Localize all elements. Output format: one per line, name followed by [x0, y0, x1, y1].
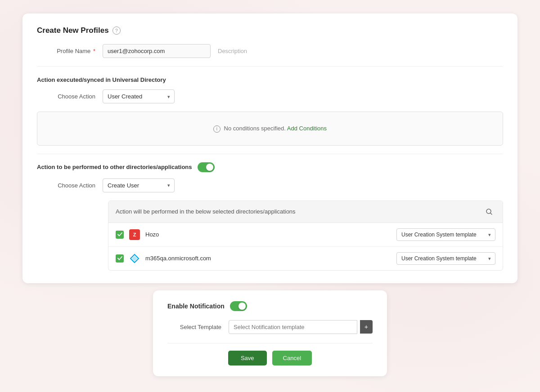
choose-action-row-1: Choose Action User Created User Updated …	[37, 89, 503, 103]
profile-name-row: Profile Name * Description	[37, 44, 503, 58]
required-star: *	[91, 48, 95, 54]
choose-action-select-wrapper-1: User Created User Updated User Deleted ▾	[103, 89, 175, 103]
notification-header: Enable Notification	[167, 301, 373, 311]
choose-action-select-2[interactable]: Create User Update User Delete User	[103, 178, 175, 192]
select-template-label: Select Template	[167, 324, 221, 330]
choose-action-row-2: Choose Action Create User Update User De…	[37, 178, 503, 192]
select-template-wrapper: +	[229, 320, 373, 334]
apps-table-container: Action will be performed in the below se…	[37, 200, 503, 271]
hozo-app-name: Hozo	[145, 231, 391, 238]
add-conditions-link[interactable]: Add Conditions	[287, 125, 327, 132]
notification-template-input[interactable]	[229, 320, 357, 334]
profile-name-input[interactable]	[103, 44, 211, 58]
m365-template-wrapper: User Creation System template ▾	[396, 252, 495, 265]
hozo-checkbox[interactable]	[116, 231, 124, 239]
cancel-button[interactable]: Cancel	[272, 351, 312, 365]
hozo-template-wrapper: User Creation System template ▾	[396, 228, 495, 241]
microsoft-icon	[130, 254, 140, 263]
choose-action-label-1: Choose Action	[37, 93, 95, 100]
choose-action-label-2: Choose Action	[37, 182, 95, 189]
choose-action-select-1[interactable]: User Created User Updated User Deleted	[103, 89, 175, 103]
m365-checkbox[interactable]	[116, 254, 124, 263]
select-template-row: Select Template +	[167, 320, 373, 334]
profile-name-label: Profile Name *	[37, 48, 95, 54]
search-icon	[486, 208, 493, 215]
toggle-slider	[198, 162, 215, 172]
help-icon[interactable]: ?	[112, 27, 121, 35]
check-icon	[117, 232, 122, 237]
notif-divider	[167, 343, 373, 343]
divider-2	[37, 154, 503, 154]
add-template-button[interactable]: +	[360, 320, 373, 334]
conditions-box: i No conditions specified. Add Condition…	[37, 111, 503, 146]
m365-app-name: m365qa.onmicrosoft.com	[145, 255, 391, 262]
choose-action-select-wrapper-2: Create User Update User Delete User ▾	[103, 178, 175, 192]
apps-search-button[interactable]	[483, 205, 495, 218]
card-title-row: Create New Profiles ?	[37, 26, 503, 35]
check-icon	[117, 256, 122, 261]
notif-action-row: Save Cancel	[167, 351, 373, 365]
apps-table: Action will be performed in the below se…	[108, 200, 503, 271]
table-row: m365qa.onmicrosoft.com User Creation Sys…	[108, 247, 503, 270]
page-container: Create New Profiles ? Profile Name * Des…	[22, 13, 518, 376]
info-icon: i	[213, 125, 220, 133]
conditions-text: i No conditions specified. Add Condition…	[213, 125, 327, 132]
hozo-template-select[interactable]: User Creation System template	[396, 228, 495, 241]
svg-line-1	[490, 213, 492, 214]
description-link[interactable]: Description	[218, 48, 247, 54]
m365-template-select[interactable]: User Creation System template	[396, 252, 495, 265]
main-card: Create New Profiles ? Profile Name * Des…	[22, 13, 518, 283]
page-title: Create New Profiles	[37, 26, 109, 35]
hozo-app-icon: Z	[129, 229, 140, 240]
divider-1	[37, 66, 503, 67]
notif-toggle-slider	[230, 301, 247, 311]
apps-table-header: Action will be performed in the below se…	[108, 201, 503, 223]
notification-toggle[interactable]	[230, 301, 247, 311]
section2-header-text: Action to be performed to other director…	[37, 164, 192, 170]
table-row: Z Hozo User Creation System template ▾	[108, 223, 503, 247]
section2-toggle[interactable]	[198, 162, 215, 172]
save-button[interactable]: Save	[228, 351, 267, 365]
ms-app-icon	[129, 253, 140, 264]
section1-header: Action executed/synced in Universal Dire…	[37, 75, 503, 83]
notification-card: Enable Notification Select Template + Sa…	[153, 290, 387, 376]
section2-header-row: Action to be performed to other director…	[37, 162, 503, 172]
